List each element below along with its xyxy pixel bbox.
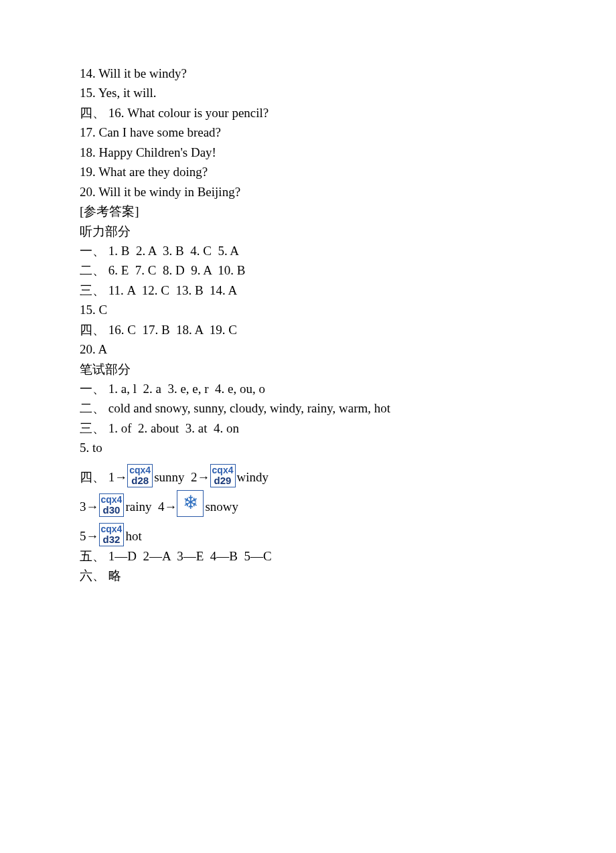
- written-3b: 5. to: [80, 438, 616, 457]
- placeholder-icon-d28: cqx4 d28: [127, 464, 153, 487]
- line-14: 14. Will it be windy?: [80, 64, 616, 83]
- written-4-prefix: 四、 1→: [80, 467, 127, 487]
- listening-header: 听力部分: [80, 222, 616, 241]
- placeholder-top: cqx4: [128, 465, 152, 475]
- placeholder-top: cqx4: [100, 495, 124, 505]
- written-6: 六、 略: [80, 566, 616, 585]
- written-1: 一、 1. a, l 2. a 3. e, e, r 4. e, ou, o: [80, 379, 616, 398]
- placeholder-bot: d28: [128, 475, 152, 486]
- listening-1: 一、 1. B 2. A 3. B 4. C 5. A: [80, 241, 616, 260]
- written-5: 五、 1—D 2—A 3—E 4—B 5—C: [80, 546, 616, 566]
- written-4-end3: hot: [125, 526, 141, 546]
- placeholder-icon-d32: cqx4 d32: [99, 523, 125, 546]
- written-4-mid2: rainy 4→: [125, 497, 177, 516]
- placeholder-bot: d32: [100, 534, 124, 545]
- placeholder-top: cqx4: [100, 524, 124, 534]
- placeholder-top: cqx4: [211, 465, 235, 475]
- written-4-prefix3: 5→: [80, 526, 99, 546]
- written-header: 笔试部分: [80, 360, 616, 379]
- written-4-row2: 3→ cqx4 d30 rainy 4→ ❄ snowy: [80, 490, 616, 517]
- line-20: 20. Will it be windy in Beijing?: [80, 182, 616, 202]
- line-17: 17. Can I have some bread?: [80, 123, 616, 142]
- listening-4: 四、 16. C 17. B 18. A 19. C: [80, 320, 616, 339]
- placeholder-bot: d30: [100, 505, 124, 516]
- placeholder-icon-d29: cqx4 d29: [210, 464, 236, 487]
- line-15: 15. Yes, it will.: [80, 83, 616, 102]
- written-3: 三、 1. of 2. about 3. at 4. on: [80, 418, 616, 438]
- placeholder-icon-d30: cqx4 d30: [99, 493, 125, 516]
- written-4-row1: 四、 1→ cqx4 d28 sunny 2→ cqx4 d29 windy: [80, 461, 616, 487]
- line-18: 18. Happy Children's Day!: [80, 143, 616, 162]
- written-4-prefix2: 3→: [80, 497, 99, 516]
- listening-3: 三、 11. A 12. C 13. B 14. A: [80, 281, 616, 300]
- listening-2: 二、 6. E 7. C 8. D 9. A 10. B: [80, 260, 616, 280]
- written-4-mid: sunny 2→: [154, 467, 210, 487]
- written-4-end2: snowy: [205, 497, 238, 516]
- listening-3b: 15. C: [80, 300, 616, 319]
- written-4-end: windy: [237, 467, 269, 487]
- snowflake-icon: ❄: [177, 490, 204, 517]
- written-2: 二、 cold and snowy, sunny, cloudy, windy,…: [80, 398, 616, 418]
- answers-header: [参考答案]: [80, 202, 616, 221]
- placeholder-bot: d29: [211, 475, 235, 486]
- line-19: 19. What are they doing?: [80, 162, 616, 181]
- written-4-row3: 5→ cqx4 d32 hot: [80, 520, 616, 546]
- listening-4b: 20. A: [80, 339, 616, 359]
- line-section4-16: 四、 16. What colour is your pencil?: [80, 103, 616, 123]
